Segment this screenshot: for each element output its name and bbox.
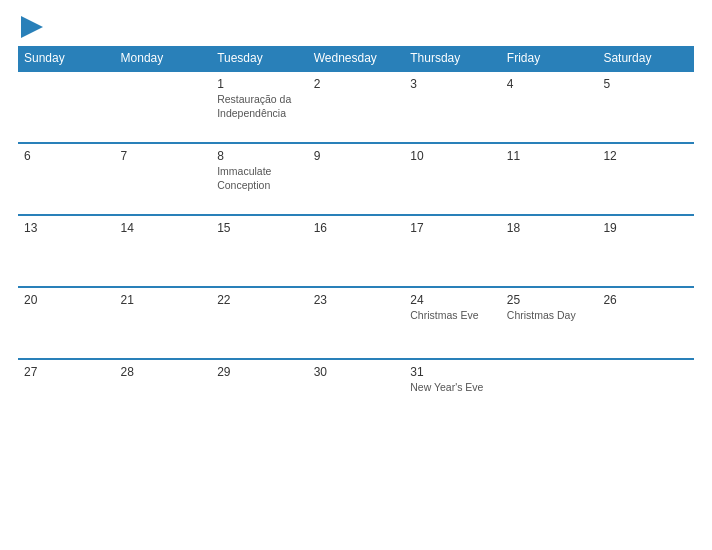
week-row-3: 2021222324Christmas Eve25Christmas Day26 [18, 287, 694, 359]
day-number: 4 [507, 77, 592, 91]
calendar-cell: 20 [18, 287, 115, 359]
day-number: 12 [603, 149, 688, 163]
logo [18, 16, 43, 38]
day-number: 18 [507, 221, 592, 235]
holiday-name: Immaculate Conception [217, 165, 302, 192]
day-number: 13 [24, 221, 109, 235]
day-number: 24 [410, 293, 495, 307]
calendar-cell: 26 [597, 287, 694, 359]
day-number: 3 [410, 77, 495, 91]
day-number: 19 [603, 221, 688, 235]
calendar-cell: 7 [115, 143, 212, 215]
day-number: 10 [410, 149, 495, 163]
day-number: 5 [603, 77, 688, 91]
week-row-4: 2728293031New Year's Eve [18, 359, 694, 431]
day-header-tuesday: Tuesday [211, 46, 308, 71]
calendar-cell: 15 [211, 215, 308, 287]
calendar-cell: 12 [597, 143, 694, 215]
day-number: 1 [217, 77, 302, 91]
logo-flag-icon [21, 16, 43, 38]
day-number: 20 [24, 293, 109, 307]
holiday-name: Christmas Day [507, 309, 592, 323]
calendar-cell: 10 [404, 143, 501, 215]
day-number: 31 [410, 365, 495, 379]
day-header-sunday: Sunday [18, 46, 115, 71]
day-number: 15 [217, 221, 302, 235]
day-number: 21 [121, 293, 206, 307]
calendar-cell: 30 [308, 359, 405, 431]
calendar-cell: 25Christmas Day [501, 287, 598, 359]
calendar-table: SundayMondayTuesdayWednesdayThursdayFrid… [18, 46, 694, 431]
calendar-cell: 24Christmas Eve [404, 287, 501, 359]
calendar-cell [18, 71, 115, 143]
calendar-cell: 27 [18, 359, 115, 431]
svg-marker-0 [21, 16, 43, 38]
calendar-cell: 3 [404, 71, 501, 143]
calendar-cell: 13 [18, 215, 115, 287]
week-row-2: 13141516171819 [18, 215, 694, 287]
calendar-cell: 29 [211, 359, 308, 431]
calendar-cell: 28 [115, 359, 212, 431]
calendar-cell: 8Immaculate Conception [211, 143, 308, 215]
day-number: 25 [507, 293, 592, 307]
holiday-name: New Year's Eve [410, 381, 495, 395]
holiday-name: Restauração da Independência [217, 93, 302, 120]
calendar-cell: 9 [308, 143, 405, 215]
header [18, 16, 694, 38]
day-number: 8 [217, 149, 302, 163]
week-row-0: 1Restauração da Independência2345 [18, 71, 694, 143]
calendar-cell: 5 [597, 71, 694, 143]
day-header-wednesday: Wednesday [308, 46, 405, 71]
day-number: 16 [314, 221, 399, 235]
calendar-cell: 16 [308, 215, 405, 287]
calendar-cell [115, 71, 212, 143]
calendar-cell: 2 [308, 71, 405, 143]
day-number: 28 [121, 365, 206, 379]
calendar-cell [501, 359, 598, 431]
day-header-row: SundayMondayTuesdayWednesdayThursdayFrid… [18, 46, 694, 71]
calendar-cell: 31New Year's Eve [404, 359, 501, 431]
calendar-cell: 4 [501, 71, 598, 143]
calendar-page: SundayMondayTuesdayWednesdayThursdayFrid… [0, 0, 712, 550]
calendar-cell: 6 [18, 143, 115, 215]
week-row-1: 678Immaculate Conception9101112 [18, 143, 694, 215]
day-number: 29 [217, 365, 302, 379]
day-header-monday: Monday [115, 46, 212, 71]
calendar-cell: 23 [308, 287, 405, 359]
calendar-cell: 11 [501, 143, 598, 215]
day-number: 2 [314, 77, 399, 91]
day-header-friday: Friday [501, 46, 598, 71]
day-header-thursday: Thursday [404, 46, 501, 71]
holiday-name: Christmas Eve [410, 309, 495, 323]
day-number: 23 [314, 293, 399, 307]
calendar-cell: 14 [115, 215, 212, 287]
calendar-cell: 1Restauração da Independência [211, 71, 308, 143]
calendar-cell [597, 359, 694, 431]
calendar-cell: 18 [501, 215, 598, 287]
day-number: 6 [24, 149, 109, 163]
day-number: 11 [507, 149, 592, 163]
calendar-cell: 17 [404, 215, 501, 287]
day-number: 30 [314, 365, 399, 379]
day-number: 14 [121, 221, 206, 235]
day-number: 17 [410, 221, 495, 235]
day-header-saturday: Saturday [597, 46, 694, 71]
day-number: 26 [603, 293, 688, 307]
day-number: 22 [217, 293, 302, 307]
day-number: 27 [24, 365, 109, 379]
calendar-cell: 19 [597, 215, 694, 287]
calendar-cell: 21 [115, 287, 212, 359]
day-number: 9 [314, 149, 399, 163]
calendar-cell: 22 [211, 287, 308, 359]
day-number: 7 [121, 149, 206, 163]
